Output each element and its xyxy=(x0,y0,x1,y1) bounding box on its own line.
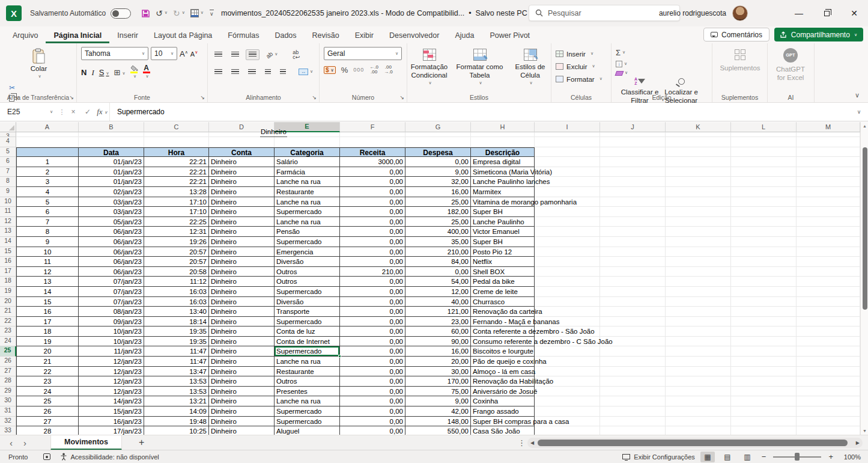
cell-B18[interactable]: 07/jan/23 xyxy=(79,277,144,287)
cell-K16[interactable] xyxy=(666,257,731,267)
row-header-7[interactable]: 7 xyxy=(0,167,16,177)
cell-H30[interactable]: Coxinha xyxy=(471,396,535,406)
row-header-10[interactable]: 10 xyxy=(0,197,16,207)
percent-format-icon[interactable]: % xyxy=(341,66,348,75)
cell-B28[interactable]: 12/jan/23 xyxy=(79,376,144,387)
zoom-slider-thumb[interactable] xyxy=(795,453,800,461)
cell-B12[interactable]: 05/jan/23 xyxy=(79,217,144,227)
cell-L5[interactable] xyxy=(731,147,797,158)
redo-icon[interactable]: ↻ xyxy=(171,7,187,19)
cell-C8[interactable]: 22:21 xyxy=(144,177,209,187)
display-settings-button[interactable]: Exibir Configurações xyxy=(622,453,695,461)
cell-C9[interactable]: 13:28 xyxy=(144,187,209,197)
cell-D20[interactable]: Dinheiro xyxy=(209,297,275,307)
column-header-B[interactable]: B xyxy=(79,122,144,132)
cell-K24[interactable] xyxy=(666,337,731,347)
cell-F9[interactable]: 0,00 xyxy=(340,187,405,197)
cell-B16[interactable]: 06/jan/23 xyxy=(79,257,144,267)
cell-J28[interactable] xyxy=(600,376,666,387)
cell-K28[interactable] xyxy=(666,376,731,387)
cell-J13[interactable] xyxy=(600,227,666,237)
cell-D16[interactable]: Dinheiro xyxy=(209,257,275,267)
cell-E19[interactable]: Supermercado xyxy=(275,287,340,297)
cell-K19[interactable] xyxy=(666,287,731,297)
cell-J22[interactable] xyxy=(600,317,666,327)
cell-E11[interactable]: Supermercado xyxy=(275,207,340,217)
cell-A27[interactable]: 22 xyxy=(16,367,79,377)
record-macro-icon[interactable] xyxy=(43,453,50,460)
cell-M3[interactable] xyxy=(797,132,860,137)
cell-B27[interactable]: 12/jan/23 xyxy=(79,367,144,377)
cell-D22[interactable]: Dinheiro xyxy=(209,317,275,327)
ribbon-tab-power-pivot[interactable]: Power Pivot xyxy=(482,28,538,43)
cell-D17[interactable]: Dinheiro xyxy=(209,267,275,277)
cell-K18[interactable] xyxy=(666,277,731,287)
cell-C7[interactable]: 22:21 xyxy=(144,167,209,177)
cell-H27[interactable]: Almoço - lá em casa xyxy=(471,367,535,377)
clear-icon[interactable] xyxy=(616,71,709,76)
wrap-text-icon[interactable]: abc↩ xyxy=(290,48,302,61)
cell-G14[interactable]: 35,00 xyxy=(405,237,471,247)
cell-F28[interactable]: 0,00 xyxy=(340,376,405,387)
expand-formula-bar-icon[interactable]: ∨ xyxy=(850,109,868,115)
cell-E21[interactable]: Transporte xyxy=(275,307,340,317)
cell-K27[interactable] xyxy=(666,367,731,377)
ribbon-tab-página-inicial[interactable]: Página Inicial xyxy=(46,28,109,43)
align-top-icon[interactable] xyxy=(212,50,225,60)
cell-E28[interactable]: Outros xyxy=(275,376,340,387)
cell-A33[interactable]: 28 xyxy=(16,426,79,435)
cell-E7[interactable]: Farmácia xyxy=(275,167,340,177)
cell-A32[interactable]: 27 xyxy=(16,417,79,427)
normal-view-icon[interactable]: ▦ xyxy=(700,452,715,462)
row-header-4[interactable]: 4 xyxy=(0,137,16,147)
cell-A10[interactable]: 5 xyxy=(16,197,79,207)
font-dialog-launcher[interactable]: ↘ xyxy=(200,94,205,100)
cell-H8[interactable]: Lanche Paulinho lanches xyxy=(471,177,535,187)
cell-B24[interactable]: 10/jan/23 xyxy=(79,337,144,347)
cell-K11[interactable] xyxy=(666,207,731,217)
cell-L12[interactable] xyxy=(731,217,797,227)
row-header-12[interactable]: 12 xyxy=(0,217,16,227)
search-box[interactable]: Pesquisar xyxy=(529,5,680,21)
cell-A31[interactable]: 26 xyxy=(16,406,79,417)
vertical-scroll-thumb[interactable] xyxy=(863,147,867,310)
column-header-H[interactable]: H xyxy=(471,122,535,132)
zoom-in-icon[interactable]: + xyxy=(827,452,835,461)
cell-E16[interactable]: Diversão xyxy=(275,257,340,267)
column-header-C[interactable]: C xyxy=(144,122,209,132)
cell-L7[interactable] xyxy=(731,167,797,177)
cell-F11[interactable]: 0,00 xyxy=(340,207,405,217)
zoom-out-icon[interactable]: − xyxy=(760,452,768,461)
decrease-indent-icon[interactable] xyxy=(263,67,273,77)
cell-A7[interactable]: 2 xyxy=(16,167,79,177)
cell-C27[interactable]: 13:47 xyxy=(144,367,209,377)
cell-G3[interactable] xyxy=(405,132,471,137)
chatgpt-button[interactable]: GPT ChatGPT for Excel xyxy=(772,47,809,82)
cell-F30[interactable]: 0,00 xyxy=(340,396,405,406)
cell-A3[interactable] xyxy=(16,132,79,137)
cell-C31[interactable]: 14:09 xyxy=(144,406,209,417)
draw-borders-icon[interactable] xyxy=(189,8,205,19)
cell-D33[interactable]: Dinheiro xyxy=(209,426,275,435)
cell-E13[interactable]: Pensão xyxy=(275,227,340,237)
cell-D29[interactable]: Dinheiro xyxy=(209,387,275,397)
delete-cells-button[interactable]: Excluir xyxy=(556,61,595,72)
cell-M31[interactable] xyxy=(797,406,860,417)
cell-E15[interactable]: Emergencia xyxy=(275,247,340,257)
name-box[interactable]: E25 ∨ xyxy=(0,103,58,121)
row-header-27[interactable]: 27 xyxy=(0,367,16,377)
font-name-select[interactable]: Tahoma∨ xyxy=(81,47,148,60)
cell-H33[interactable]: Casa São João xyxy=(471,426,535,435)
cell-D23[interactable]: Dinheiro xyxy=(209,327,275,337)
cell-B21[interactable]: 08/jan/23 xyxy=(79,307,144,317)
restore-button[interactable] xyxy=(813,0,840,26)
ribbon-tab-dados[interactable]: Dados xyxy=(267,28,304,43)
cell-D13[interactable]: Dinheiro xyxy=(209,227,275,237)
cell-B5[interactable]: Data xyxy=(79,147,144,158)
sheet-options-icon[interactable]: ⋮ xyxy=(518,438,526,447)
cell-K10[interactable] xyxy=(666,197,731,207)
cell-G13[interactable]: 400,00 xyxy=(405,227,471,237)
cell-F10[interactable]: 0,00 xyxy=(340,197,405,207)
cell-M21[interactable] xyxy=(797,307,860,317)
increase-decimal-icon[interactable]: ←.0.00 xyxy=(369,65,378,75)
